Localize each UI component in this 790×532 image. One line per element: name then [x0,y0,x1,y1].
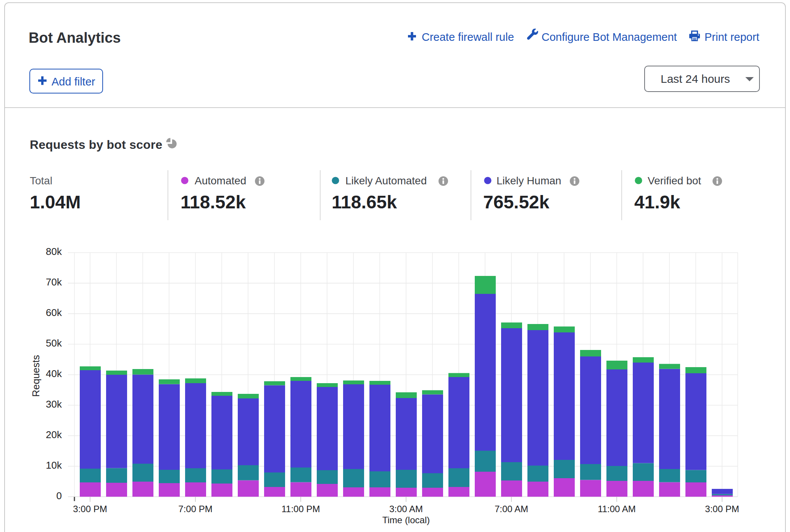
svg-text:60k: 60k [46,307,62,318]
svg-text:50k: 50k [46,337,62,349]
svg-text:3:00 PM: 3:00 PM [705,504,739,514]
svg-text:70k: 70k [46,276,62,288]
svg-text:11:00 AM: 11:00 AM [598,504,636,514]
svg-text:40k: 40k [46,368,62,379]
svg-text:3:00 AM: 3:00 AM [389,504,423,514]
svg-text:7:00 PM: 7:00 PM [178,504,212,514]
svg-text:20k: 20k [46,429,62,440]
svg-text:Time (local): Time (local) [382,515,430,525]
svg-text:80k: 80k [46,246,62,257]
svg-text:10k: 10k [46,459,62,471]
svg-text:0: 0 [56,490,62,501]
svg-text:11:00 PM: 11:00 PM [282,504,320,514]
svg-text:7:00 AM: 7:00 AM [495,504,528,514]
svg-text:30k: 30k [46,398,62,410]
svg-text:3:00 PM: 3:00 PM [73,504,107,514]
svg-text:Requests: Requests [30,355,42,397]
